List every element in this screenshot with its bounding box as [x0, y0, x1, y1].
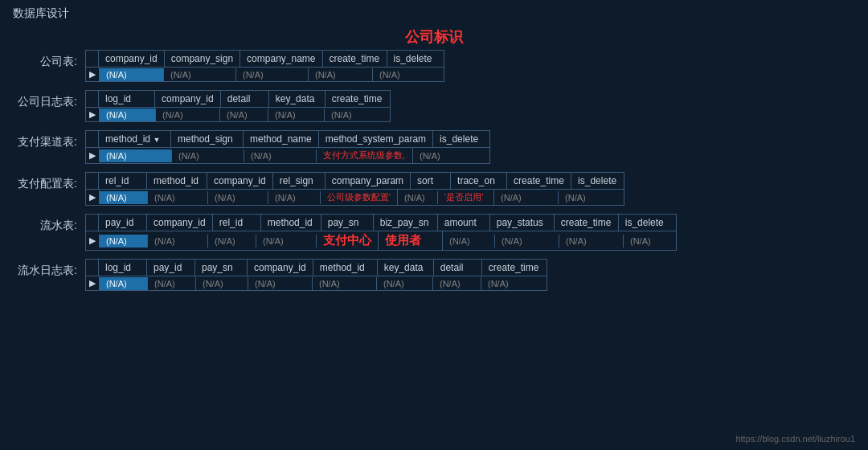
col-data: (N/A) — [100, 235, 148, 248]
col-data: (N/A) — [148, 191, 208, 204]
col-header: company_name — [240, 51, 322, 67]
db-table: company_idcompany_signcompany_namecreate… — [85, 50, 444, 82]
table-row-wrapper: 公司日志表:log_idcompany_iddetailkey_datacrea… — [13, 90, 855, 122]
col-data: (N/A) — [100, 149, 172, 162]
col-data: (N/A) — [256, 235, 317, 248]
table-row-wrapper: 流水日志表:log_idpay_idpay_sncompany_idmethod… — [13, 259, 855, 291]
col-data: (N/A) — [559, 191, 611, 204]
col-header: method_id ▼ — [99, 131, 171, 147]
col-data: (N/A) — [208, 191, 268, 204]
row-arrow: ▶ — [86, 234, 100, 248]
table-label: 支付配置表: — [13, 172, 85, 191]
col-header: pay_status — [490, 215, 555, 231]
table-body-row: ▶(N/A)(N/A)(N/A)(N/A)(N/A)(N/A)(N/A)(N/A… — [86, 276, 547, 290]
col-header: pay_sn — [195, 260, 248, 276]
col-header: is_delete — [619, 215, 671, 231]
row-arrow: ▶ — [86, 68, 100, 81]
col-header: method_sign — [171, 131, 244, 147]
col-header: amount — [438, 215, 490, 231]
table-label: 流水日志表: — [13, 259, 85, 278]
col-data: (N/A) — [248, 277, 313, 290]
col-header: pay_id — [99, 215, 147, 231]
col-header: company_id — [147, 215, 213, 231]
table-label: 公司表: — [13, 50, 85, 69]
col-data: (N/A) — [172, 149, 244, 162]
col-data: (N/A) — [148, 235, 208, 248]
col-header: create_time — [482, 260, 547, 276]
col-header: log_id — [99, 91, 155, 107]
col-data: (N/A) — [559, 235, 624, 248]
table-row-wrapper: 支付配置表:rel_idmethod_idcompany_idrel_signc… — [13, 172, 855, 206]
col-data: '是否启用' — [438, 190, 494, 205]
col-data: (N/A) — [268, 191, 321, 204]
col-data: (N/A) — [244, 149, 317, 162]
col-header: key_data — [378, 260, 434, 276]
col-header: is_delete — [433, 131, 489, 147]
table-body-row: ▶(N/A)(N/A)(N/A)(N/A)(N/A) — [86, 68, 444, 81]
col-data: (N/A) — [309, 68, 373, 81]
db-table: rel_idmethod_idcompany_idrel_signcompany… — [85, 172, 624, 206]
col-header: method_id — [261, 215, 321, 231]
table-body-row: ▶(N/A)(N/A)(N/A)(N/A)(N/A) — [86, 108, 390, 121]
company-label: 公司标识 — [0, 27, 868, 47]
col-data: (N/A) — [100, 68, 164, 81]
col-data: (N/A) — [481, 277, 546, 290]
col-data: (N/A) — [398, 191, 438, 204]
col-data: (N/A) — [377, 277, 433, 290]
col-data: 支付方式系统级参数, — [317, 148, 413, 163]
col-header: detail — [434, 260, 482, 276]
col-data: (N/A) — [268, 108, 325, 121]
footer-url: https://blog.csdn.net/liuzhirou1 — [735, 434, 855, 444]
col-data: (N/A) — [624, 235, 676, 248]
col-data: (N/A) — [208, 235, 256, 248]
col-data: (N/A) — [495, 235, 559, 248]
col-header: detail — [221, 91, 269, 107]
col-header: pay_id — [147, 260, 195, 276]
col-header: pay_sn — [321, 215, 374, 231]
col-data: (N/A) — [413, 149, 469, 162]
col-data: (N/A) — [148, 277, 196, 290]
content-area: 公司表:company_idcompany_signcompany_namecr… — [0, 50, 868, 291]
row-arrow: ▶ — [86, 190, 100, 204]
col-header: method_name — [244, 131, 319, 147]
row-arrow: ▶ — [86, 149, 100, 162]
col-header: rel_id — [213, 215, 261, 231]
table-row-wrapper: 流水表:pay_idcompany_idrel_idmethod_idpay_s… — [13, 214, 855, 251]
col-header: method_id — [313, 260, 378, 276]
col-data: (N/A) — [220, 108, 268, 121]
table-row-wrapper: 公司表:company_idcompany_signcompany_namecr… — [13, 50, 855, 82]
col-header: is_delete — [387, 51, 444, 67]
col-header: biz_pay_sn — [374, 215, 438, 231]
col-header: company_id — [248, 260, 313, 276]
col-data: 使用者 — [379, 231, 443, 250]
col-header: rel_id — [99, 173, 147, 189]
table-label: 公司日志表: — [13, 90, 85, 109]
col-header: company_sign — [165, 51, 240, 67]
col-header: company_param — [326, 173, 411, 189]
col-data: (N/A) — [196, 277, 248, 290]
db-table: log_idcompany_iddetailkey_datacreate_tim… — [85, 90, 391, 122]
col-header: company_id — [207, 173, 273, 189]
table-row-wrapper: 支付渠道表:method_id ▼method_signmethod_namem… — [13, 130, 855, 164]
col-data: (N/A) — [164, 68, 236, 81]
db-table: method_id ▼method_signmethod_namemethod_… — [85, 130, 490, 164]
table-label: 支付渠道表: — [13, 130, 85, 149]
col-header: company_id — [99, 51, 165, 67]
table-body-row: ▶(N/A)(N/A)(N/A)(N/A)公司级参数配置'(N/A)'是否启用'… — [86, 190, 624, 205]
db-table: log_idpay_idpay_sncompany_idmethod_idkey… — [85, 259, 547, 291]
col-header: create_time — [507, 173, 571, 189]
col-header: method_id — [147, 173, 207, 189]
db-table: pay_idcompany_idrel_idmethod_idpay_snbiz… — [85, 214, 677, 251]
col-data: (N/A) — [443, 235, 495, 248]
table-body-row: ▶(N/A)(N/A)(N/A)(N/A)支付中心使用者(N/A)(N/A)(N… — [86, 231, 676, 250]
row-arrow: ▶ — [86, 276, 100, 290]
col-data: (N/A) — [433, 277, 481, 290]
col-data: 支付中心 — [317, 231, 379, 250]
table-label: 流水表: — [13, 214, 85, 233]
col-data: (N/A) — [156, 108, 220, 121]
col-data: (N/A) — [100, 277, 148, 290]
col-header: create_time — [323, 51, 387, 67]
col-header: trace_on — [451, 173, 507, 189]
col-header: is_delete — [571, 173, 624, 189]
row-arrow: ▶ — [86, 108, 100, 121]
